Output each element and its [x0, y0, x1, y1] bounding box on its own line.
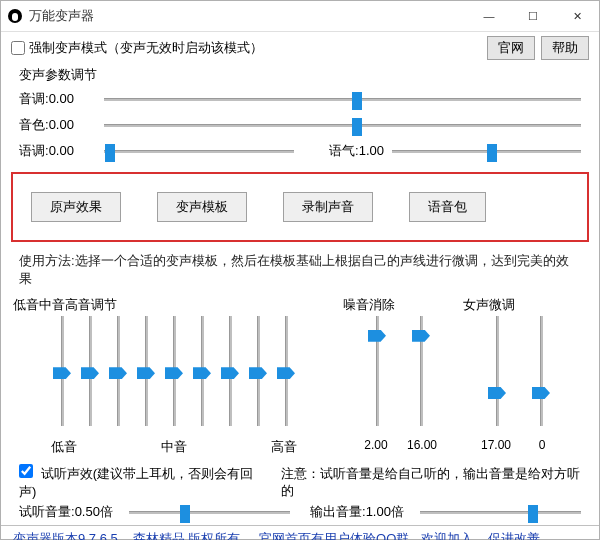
- eq-slider-8[interactable]: [277, 316, 295, 426]
- female-sliders: [482, 316, 556, 436]
- female-labels: 17.00 0: [475, 436, 563, 454]
- output-volume-slider[interactable]: [420, 506, 581, 518]
- female-title: 女声微调: [459, 296, 515, 314]
- noise-thumb-1[interactable]: [412, 330, 430, 342]
- footer: 变声器版本9.7.6.5 森林精品 版权所有 官网首页有用户体验QQ群 欢迎加入…: [1, 525, 599, 540]
- listen-checkbox[interactable]: [19, 464, 33, 478]
- timbre-slider[interactable]: [104, 119, 581, 131]
- mid-sliders-row: 低音中音高音调节 低音 中音 高音 噪音消除 2.00 16.00 女声微调 1…: [1, 292, 599, 458]
- eq-thumb-3[interactable]: [137, 367, 155, 379]
- noise-slider-0[interactable]: [368, 316, 386, 426]
- eq-thumb-6[interactable]: [221, 367, 239, 379]
- preview-volume-thumb[interactable]: [180, 505, 190, 523]
- eq-slider-0[interactable]: [53, 316, 71, 426]
- eq-thumb-1[interactable]: [81, 367, 99, 379]
- tone-slider[interactable]: [392, 145, 581, 157]
- eq-sliders: [47, 316, 301, 436]
- female-thumb-0[interactable]: [488, 387, 506, 399]
- tone-thumb[interactable]: [487, 144, 497, 162]
- female-group: 女声微调 17.00 0: [459, 296, 579, 458]
- eq-title: 低音中音高音调节: [9, 296, 117, 314]
- noise-title: 噪音消除: [339, 296, 395, 314]
- pitch-row: 音调:0.00: [1, 86, 599, 112]
- noise-sliders: [362, 316, 436, 436]
- noise-slider-1[interactable]: [412, 316, 430, 426]
- app-title: 万能变声器: [29, 7, 94, 25]
- eq-group: 低音中音高音调节 低音 中音 高音: [9, 296, 339, 458]
- female-slider-1[interactable]: [532, 316, 550, 426]
- improve-link[interactable]: 促进改善: [488, 531, 540, 540]
- action-button-row: 原声效果 变声模板 录制声音 语音包: [11, 172, 589, 242]
- pitch-slider[interactable]: [104, 93, 581, 105]
- copyright-link[interactable]: 森林精品 版权所有: [133, 531, 241, 540]
- preview-volume-slider[interactable]: [129, 506, 290, 518]
- output-volume-thumb[interactable]: [528, 505, 538, 523]
- eq-slider-1[interactable]: [81, 316, 99, 426]
- volume-row: 试听音量:0.50倍 输出音量:1.00倍: [1, 503, 599, 525]
- top-row: 强制变声模式（变声无效时启动该模式） 官网 帮助: [1, 32, 599, 64]
- eq-thumb-7[interactable]: [249, 367, 267, 379]
- female-thumb-1[interactable]: [532, 387, 550, 399]
- eq-slider-6[interactable]: [221, 316, 239, 426]
- intonation-slider[interactable]: [104, 145, 294, 157]
- voice-pack-button[interactable]: 语音包: [409, 192, 486, 222]
- noise-labels: 2.00 16.00: [355, 436, 443, 454]
- eq-slider-7[interactable]: [249, 316, 267, 426]
- website-button[interactable]: 官网: [487, 36, 535, 60]
- welcome-link[interactable]: 欢迎加入: [421, 531, 473, 540]
- noise-thumb-0[interactable]: [368, 330, 386, 342]
- eq-thumb-8[interactable]: [277, 367, 295, 379]
- eq-thumb-4[interactable]: [165, 367, 183, 379]
- maximize-button[interactable]: ☐: [511, 1, 555, 31]
- eq-slider-3[interactable]: [137, 316, 155, 426]
- app-icon: [7, 8, 23, 24]
- eq-slider-4[interactable]: [165, 316, 183, 426]
- close-button[interactable]: ✕: [555, 1, 599, 31]
- timbre-row: 音色:0.00: [1, 112, 599, 138]
- female-slider-0[interactable]: [488, 316, 506, 426]
- intonation-tone-row: 语调:0.00 语气:1.00: [1, 138, 599, 164]
- listen-notice: 注意：试听音量是给自己听的，输出音量是给对方听的: [281, 466, 581, 500]
- eq-slider-5[interactable]: [193, 316, 211, 426]
- titlebar: 万能变声器 — ☐ ✕: [1, 1, 599, 32]
- instruction-text: 使用方法:选择一个合适的变声模板，然后在模板基础上根据自己的声线进行微调，达到完…: [1, 248, 599, 292]
- original-sound-button[interactable]: 原声效果: [31, 192, 121, 222]
- eq-slider-2[interactable]: [109, 316, 127, 426]
- listen-checkbox-label[interactable]: 试听声效(建议带上耳机，否则会有回声): [19, 464, 261, 501]
- params-section-title: 变声参数调节: [1, 64, 599, 86]
- intonation-thumb[interactable]: [105, 144, 115, 162]
- timbre-thumb[interactable]: [352, 118, 362, 136]
- eq-labels: 低音 中音 高音: [3, 436, 345, 458]
- qq-group-link[interactable]: 官网首页有用户体验QQ群: [259, 531, 409, 540]
- pitch-thumb[interactable]: [352, 92, 362, 110]
- listen-row: 试听声效(建议带上耳机，否则会有回声) 注意：试听音量是给自己听的，输出音量是给…: [1, 458, 599, 503]
- force-mode-text: 强制变声模式（变声无效时启动该模式）: [29, 39, 263, 57]
- force-mode-checkbox-label[interactable]: 强制变声模式（变声无效时启动该模式）: [11, 39, 263, 57]
- eq-thumb-5[interactable]: [193, 367, 211, 379]
- voice-template-button[interactable]: 变声模板: [157, 192, 247, 222]
- eq-thumb-2[interactable]: [109, 367, 127, 379]
- help-button[interactable]: 帮助: [541, 36, 589, 60]
- minimize-button[interactable]: —: [467, 1, 511, 31]
- record-sound-button[interactable]: 录制声音: [283, 192, 373, 222]
- eq-thumb-0[interactable]: [53, 367, 71, 379]
- app-window: 万能变声器 — ☐ ✕ 强制变声模式（变声无效时启动该模式） 官网 帮助 变声参…: [0, 0, 600, 540]
- version-label: 变声器版本9.7.6.5: [13, 531, 118, 540]
- noise-group: 噪音消除 2.00 16.00: [339, 296, 459, 458]
- force-mode-checkbox[interactable]: [11, 41, 25, 55]
